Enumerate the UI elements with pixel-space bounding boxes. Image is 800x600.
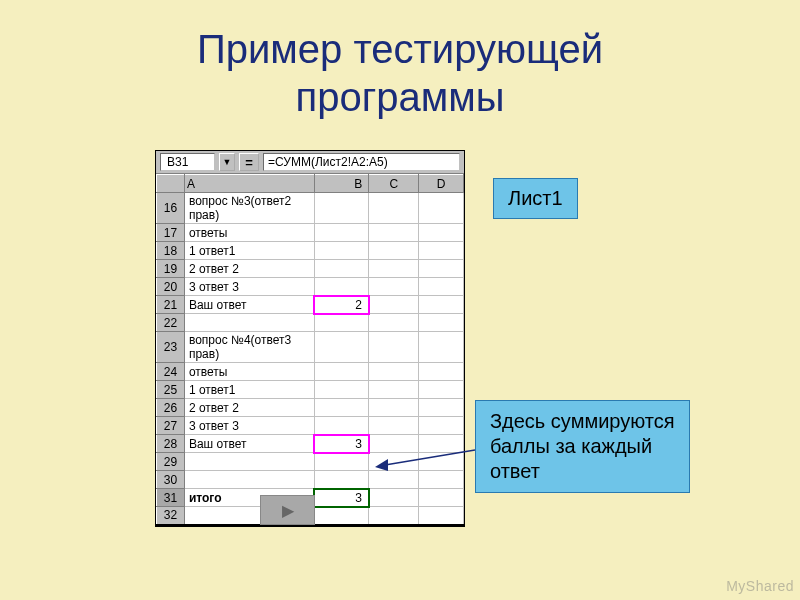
cell[interactable]: вопрос №3(ответ2 прав): [184, 193, 314, 224]
col-header-d[interactable]: D: [419, 175, 464, 193]
cell[interactable]: [419, 399, 464, 417]
cell[interactable]: [419, 260, 464, 278]
row-header[interactable]: 16: [157, 193, 185, 224]
cell[interactable]: [419, 381, 464, 399]
row-header[interactable]: 24: [157, 363, 185, 381]
cell[interactable]: [369, 314, 419, 332]
cell[interactable]: [314, 332, 369, 363]
cell[interactable]: [314, 363, 369, 381]
cell[interactable]: [184, 314, 314, 332]
cell[interactable]: [369, 332, 419, 363]
cell[interactable]: [314, 314, 369, 332]
cell[interactable]: [314, 193, 369, 224]
cell[interactable]: [369, 193, 419, 224]
cell[interactable]: [419, 435, 464, 453]
row-header[interactable]: 22: [157, 314, 185, 332]
cell[interactable]: [419, 314, 464, 332]
cell[interactable]: [369, 471, 419, 489]
formula-input[interactable]: =СУММ(Лист2!A2:A5): [263, 153, 460, 171]
table-row: 23вопрос №4(ответ3 прав): [157, 332, 464, 363]
cell[interactable]: [314, 260, 369, 278]
cell[interactable]: [419, 507, 464, 525]
cell[interactable]: [314, 453, 369, 471]
cell[interactable]: Ваш ответ: [184, 435, 314, 453]
cell[interactable]: [314, 224, 369, 242]
cell[interactable]: [419, 489, 464, 507]
cell[interactable]: [314, 242, 369, 260]
cell[interactable]: [369, 435, 419, 453]
cell[interactable]: [184, 471, 314, 489]
cell[interactable]: [369, 381, 419, 399]
row-header[interactable]: 30: [157, 471, 185, 489]
excel-window: B31 = =СУММ(Лист2!A2:A5) A B C D 16вопро…: [155, 150, 465, 527]
cell[interactable]: [314, 471, 369, 489]
cell[interactable]: [184, 453, 314, 471]
cell[interactable]: [369, 363, 419, 381]
cell[interactable]: [419, 278, 464, 296]
cell[interactable]: [314, 507, 369, 525]
row-header[interactable]: 26: [157, 399, 185, 417]
row-header[interactable]: 23: [157, 332, 185, 363]
row-header[interactable]: 32: [157, 507, 185, 525]
row-header[interactable]: 20: [157, 278, 185, 296]
cell[interactable]: Ваш ответ: [184, 296, 314, 314]
cell[interactable]: 2 ответ 2: [184, 260, 314, 278]
cell[interactable]: [369, 242, 419, 260]
cell[interactable]: [419, 332, 464, 363]
cell[interactable]: [369, 507, 419, 525]
cell[interactable]: 3 ответ 3: [184, 278, 314, 296]
cell[interactable]: [369, 278, 419, 296]
name-dropdown-icon[interactable]: [219, 153, 235, 171]
row-header[interactable]: 21: [157, 296, 185, 314]
cell[interactable]: [369, 260, 419, 278]
cell[interactable]: ответы: [184, 363, 314, 381]
equals-button[interactable]: =: [239, 153, 259, 171]
cell[interactable]: [369, 489, 419, 507]
cell[interactable]: вопрос №4(ответ3 прав): [184, 332, 314, 363]
table-row: 16вопрос №3(ответ2 прав): [157, 193, 464, 224]
row-header[interactable]: 19: [157, 260, 185, 278]
cell[interactable]: 2: [314, 296, 369, 314]
cell[interactable]: 1 ответ1: [184, 381, 314, 399]
cell[interactable]: [419, 363, 464, 381]
row-header[interactable]: 27: [157, 417, 185, 435]
cell[interactable]: [419, 242, 464, 260]
row-header[interactable]: 31: [157, 489, 185, 507]
row-header[interactable]: 18: [157, 242, 185, 260]
cell[interactable]: [314, 278, 369, 296]
cell[interactable]: [369, 399, 419, 417]
cell[interactable]: 3 ответ 3: [184, 417, 314, 435]
next-slide-button[interactable]: [260, 495, 315, 525]
cell[interactable]: [419, 224, 464, 242]
cell[interactable]: [369, 417, 419, 435]
cell[interactable]: 3: [314, 489, 369, 507]
table-row: 251 ответ1: [157, 381, 464, 399]
cell[interactable]: [314, 399, 369, 417]
cell[interactable]: 2 ответ 2: [184, 399, 314, 417]
cell[interactable]: 1 ответ1: [184, 242, 314, 260]
row-header[interactable]: 29: [157, 453, 185, 471]
name-box[interactable]: B31: [160, 153, 215, 171]
cell[interactable]: ответы: [184, 224, 314, 242]
cell[interactable]: [314, 381, 369, 399]
table-row: 21Ваш ответ2: [157, 296, 464, 314]
cell[interactable]: [419, 453, 464, 471]
col-header-b[interactable]: B: [314, 175, 369, 193]
col-header-c[interactable]: C: [369, 175, 419, 193]
cell[interactable]: [419, 296, 464, 314]
cell[interactable]: [369, 224, 419, 242]
col-header-a[interactable]: A: [184, 175, 314, 193]
cell[interactable]: [419, 417, 464, 435]
cell[interactable]: 3: [314, 435, 369, 453]
spreadsheet-grid[interactable]: A B C D 16вопрос №3(ответ2 прав)17ответы…: [156, 174, 464, 526]
cell[interactable]: [419, 193, 464, 224]
row-header[interactable]: 25: [157, 381, 185, 399]
table-row: 17ответы: [157, 224, 464, 242]
cell[interactable]: [314, 417, 369, 435]
cell[interactable]: [419, 471, 464, 489]
row-header[interactable]: 28: [157, 435, 185, 453]
corner-cell[interactable]: [157, 175, 185, 193]
cell[interactable]: [369, 296, 419, 314]
cell[interactable]: [369, 453, 419, 471]
row-header[interactable]: 17: [157, 224, 185, 242]
